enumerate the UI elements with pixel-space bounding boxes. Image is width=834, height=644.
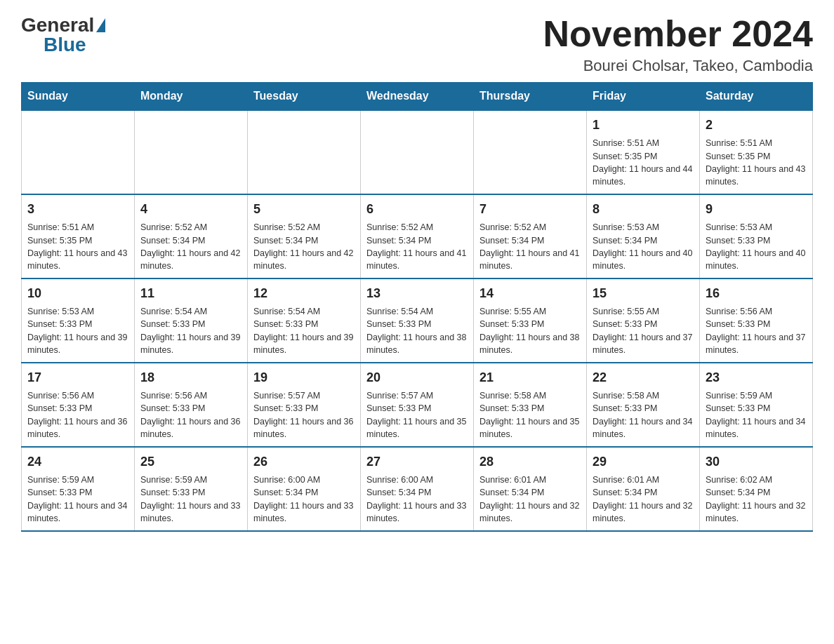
day-info: Sunrise: 5:54 AMSunset: 5:33 PMDaylight:… [366, 307, 466, 355]
location-title: Bourei Cholsar, Takeo, Cambodia [543, 57, 813, 75]
calendar-day-cell [22, 110, 135, 194]
month-title: November 2024 [543, 14, 813, 54]
header: General Blue November 2024 Bourei Cholsa… [21, 14, 813, 75]
day-of-week-header: Monday [135, 83, 248, 111]
day-of-week-header: Saturday [700, 83, 813, 111]
calendar-day-cell: 20Sunrise: 5:57 AMSunset: 5:33 PMDayligh… [361, 363, 474, 447]
calendar-day-cell: 11Sunrise: 5:54 AMSunset: 5:33 PMDayligh… [135, 279, 248, 363]
calendar-day-cell: 15Sunrise: 5:55 AMSunset: 5:33 PMDayligh… [587, 279, 700, 363]
day-number: 23 [706, 369, 807, 387]
calendar-day-cell: 24Sunrise: 5:59 AMSunset: 5:33 PMDayligh… [22, 447, 135, 531]
day-info: Sunrise: 5:56 AMSunset: 5:33 PMDaylight:… [27, 391, 127, 439]
day-info: Sunrise: 6:00 AMSunset: 5:34 PMDaylight:… [253, 475, 353, 523]
day-number: 21 [479, 369, 581, 387]
day-of-week-header: Sunday [22, 83, 135, 111]
day-info: Sunrise: 5:57 AMSunset: 5:33 PMDaylight:… [253, 391, 353, 439]
day-of-week-header: Friday [587, 83, 700, 111]
day-info: Sunrise: 5:57 AMSunset: 5:33 PMDaylight:… [366, 391, 466, 439]
day-info: Sunrise: 5:53 AMSunset: 5:33 PMDaylight:… [706, 222, 805, 271]
calendar-day-cell: 26Sunrise: 6:00 AMSunset: 5:34 PMDayligh… [248, 447, 361, 531]
day-info: Sunrise: 5:51 AMSunset: 5:35 PMDaylight:… [706, 138, 805, 187]
calendar-week-row: 10Sunrise: 5:53 AMSunset: 5:33 PMDayligh… [22, 279, 813, 363]
calendar-day-cell: 2Sunrise: 5:51 AMSunset: 5:35 PMDaylight… [700, 110, 813, 194]
calendar-day-cell: 21Sunrise: 5:58 AMSunset: 5:33 PMDayligh… [474, 363, 587, 447]
day-info: Sunrise: 5:53 AMSunset: 5:34 PMDaylight:… [593, 222, 692, 271]
day-number: 11 [140, 285, 241, 302]
day-number: 18 [140, 369, 241, 387]
day-number: 22 [593, 369, 694, 387]
day-info: Sunrise: 5:53 AMSunset: 5:33 PMDaylight:… [27, 307, 127, 355]
day-info: Sunrise: 6:01 AMSunset: 5:34 PMDaylight:… [593, 475, 692, 523]
calendar-day-cell: 16Sunrise: 5:56 AMSunset: 5:33 PMDayligh… [700, 279, 813, 363]
day-number: 30 [706, 453, 807, 471]
day-of-week-header: Wednesday [361, 83, 474, 111]
calendar-day-cell: 12Sunrise: 5:54 AMSunset: 5:33 PMDayligh… [248, 279, 361, 363]
day-number: 26 [253, 453, 355, 471]
day-number: 5 [253, 201, 355, 218]
day-info: Sunrise: 5:51 AMSunset: 5:35 PMDaylight:… [27, 222, 127, 271]
day-info: Sunrise: 5:51 AMSunset: 5:35 PMDaylight:… [593, 138, 692, 187]
calendar-day-cell: 3Sunrise: 5:51 AMSunset: 5:35 PMDaylight… [22, 194, 135, 279]
day-number: 24 [27, 453, 128, 471]
calendar-day-cell: 23Sunrise: 5:59 AMSunset: 5:33 PMDayligh… [700, 363, 813, 447]
day-info: Sunrise: 5:55 AMSunset: 5:33 PMDaylight:… [593, 307, 692, 355]
calendar-day-cell: 17Sunrise: 5:56 AMSunset: 5:33 PMDayligh… [22, 363, 135, 447]
day-info: Sunrise: 5:58 AMSunset: 5:33 PMDaylight:… [593, 391, 692, 439]
day-number: 2 [706, 116, 807, 134]
calendar-day-cell [135, 110, 248, 194]
day-info: Sunrise: 5:55 AMSunset: 5:33 PMDaylight:… [479, 307, 579, 355]
calendar-week-row: 17Sunrise: 5:56 AMSunset: 5:33 PMDayligh… [22, 363, 813, 447]
day-number: 17 [27, 369, 128, 387]
day-number: 15 [593, 285, 694, 302]
calendar-table: SundayMondayTuesdayWednesdayThursdayFrid… [21, 82, 813, 532]
day-number: 16 [706, 285, 807, 302]
calendar-day-cell: 8Sunrise: 5:53 AMSunset: 5:34 PMDaylight… [587, 194, 700, 279]
day-number: 29 [593, 453, 694, 471]
day-of-week-header: Tuesday [248, 83, 361, 111]
day-info: Sunrise: 5:52 AMSunset: 5:34 PMDaylight:… [479, 222, 579, 271]
calendar-day-cell: 25Sunrise: 5:59 AMSunset: 5:33 PMDayligh… [135, 447, 248, 531]
day-info: Sunrise: 5:59 AMSunset: 5:33 PMDaylight:… [27, 475, 127, 523]
calendar-day-cell: 4Sunrise: 5:52 AMSunset: 5:34 PMDaylight… [135, 194, 248, 279]
calendar-day-cell: 29Sunrise: 6:01 AMSunset: 5:34 PMDayligh… [587, 447, 700, 531]
day-number: 12 [253, 285, 355, 302]
calendar-day-cell: 5Sunrise: 5:52 AMSunset: 5:34 PMDaylight… [248, 194, 361, 279]
day-info: Sunrise: 6:02 AMSunset: 5:34 PMDaylight:… [706, 475, 805, 523]
calendar-week-row: 1Sunrise: 5:51 AMSunset: 5:35 PMDaylight… [22, 110, 813, 194]
calendar-day-cell: 30Sunrise: 6:02 AMSunset: 5:34 PMDayligh… [700, 447, 813, 531]
calendar-day-cell: 22Sunrise: 5:58 AMSunset: 5:33 PMDayligh… [587, 363, 700, 447]
calendar-day-cell: 14Sunrise: 5:55 AMSunset: 5:33 PMDayligh… [474, 279, 587, 363]
calendar-day-cell: 7Sunrise: 5:52 AMSunset: 5:34 PMDaylight… [474, 194, 587, 279]
calendar-day-cell: 1Sunrise: 5:51 AMSunset: 5:35 PMDaylight… [587, 110, 700, 194]
day-number: 10 [27, 285, 128, 302]
day-info: Sunrise: 5:54 AMSunset: 5:33 PMDaylight:… [253, 307, 353, 355]
day-info: Sunrise: 5:59 AMSunset: 5:33 PMDaylight:… [140, 475, 240, 523]
calendar-day-cell: 27Sunrise: 6:00 AMSunset: 5:34 PMDayligh… [361, 447, 474, 531]
day-number: 13 [366, 285, 468, 302]
day-number: 3 [27, 201, 128, 218]
day-info: Sunrise: 5:52 AMSunset: 5:34 PMDaylight:… [366, 222, 466, 271]
calendar-header-row: SundayMondayTuesdayWednesdayThursdayFrid… [22, 83, 813, 111]
day-info: Sunrise: 5:56 AMSunset: 5:33 PMDaylight:… [706, 307, 805, 355]
day-number: 9 [706, 201, 807, 218]
day-number: 14 [479, 285, 581, 302]
day-of-week-header: Thursday [474, 83, 587, 111]
day-number: 28 [479, 453, 581, 471]
day-info: Sunrise: 5:52 AMSunset: 5:34 PMDaylight:… [253, 222, 353, 271]
day-number: 4 [140, 201, 241, 218]
calendar-day-cell: 10Sunrise: 5:53 AMSunset: 5:33 PMDayligh… [22, 279, 135, 363]
logo: General Blue [21, 14, 105, 56]
calendar-day-cell: 6Sunrise: 5:52 AMSunset: 5:34 PMDaylight… [361, 194, 474, 279]
calendar-day-cell: 18Sunrise: 5:56 AMSunset: 5:33 PMDayligh… [135, 363, 248, 447]
day-info: Sunrise: 5:56 AMSunset: 5:33 PMDaylight:… [140, 391, 240, 439]
calendar-day-cell: 19Sunrise: 5:57 AMSunset: 5:33 PMDayligh… [248, 363, 361, 447]
day-info: Sunrise: 5:54 AMSunset: 5:33 PMDaylight:… [140, 307, 240, 355]
day-number: 20 [366, 369, 468, 387]
day-info: Sunrise: 5:58 AMSunset: 5:33 PMDaylight:… [479, 391, 579, 439]
calendar-week-row: 24Sunrise: 5:59 AMSunset: 5:33 PMDayligh… [22, 447, 813, 531]
calendar-day-cell [474, 110, 587, 194]
day-number: 8 [593, 201, 694, 218]
calendar-day-cell [248, 110, 361, 194]
day-info: Sunrise: 5:59 AMSunset: 5:33 PMDaylight:… [706, 391, 805, 439]
calendar-day-cell: 13Sunrise: 5:54 AMSunset: 5:33 PMDayligh… [361, 279, 474, 363]
